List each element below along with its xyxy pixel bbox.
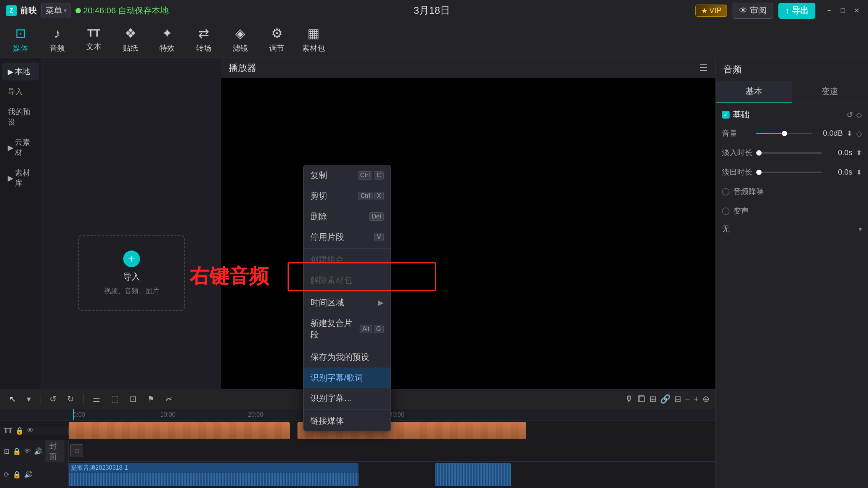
tab-speed[interactable]: 变速 xyxy=(792,81,868,103)
video-audio-icon[interactable]: 🔊 xyxy=(34,447,42,456)
text-icon: TT xyxy=(87,27,100,39)
volume-stepper[interactable]: ⬍ xyxy=(847,129,852,138)
redo-button[interactable]: ↻ xyxy=(64,393,77,406)
audio-clip-main[interactable]: 提取音频20230318-1 xyxy=(69,463,358,486)
ctx-dissolve: 解除素材包 xyxy=(304,270,391,291)
tool-adjust[interactable]: ⚙ 调节 xyxy=(265,26,288,53)
audio-lock-icon[interactable]: 🔒 xyxy=(13,470,21,479)
fade-in-label: 淡入时长 xyxy=(722,148,752,158)
audio-vol-icon[interactable]: 🔊 xyxy=(24,470,32,479)
ctrl-key: Ctrl xyxy=(358,192,373,200)
ctx-new-compound[interactable]: 新建复合片段 Alt G xyxy=(304,313,391,345)
playhead[interactable] xyxy=(73,409,74,420)
volume-keyframe-icon[interactable]: ◇ xyxy=(856,129,862,138)
tool-media[interactable]: ⊡ 媒体 xyxy=(9,26,32,53)
keyframe-diamond-icon[interactable]: ◇ xyxy=(856,110,862,119)
clip-button[interactable]: ✂ xyxy=(162,393,175,406)
reset-button[interactable]: ↺ xyxy=(847,110,853,119)
magnet-icon[interactable]: ⧠ xyxy=(637,394,646,404)
ctx-disable-label: 停用片段 xyxy=(310,231,344,243)
autosave-text: 20:46:06 自动保存本地 xyxy=(83,5,169,16)
sticker-icon: ❖ xyxy=(125,26,136,41)
review-button[interactable]: 👁 审阅 xyxy=(733,3,773,19)
ctx-recognize2-label: 识别字幕… xyxy=(310,393,352,404)
ruler-mark-10: 10:00 xyxy=(160,411,175,418)
ctx-recognize2[interactable]: 识别字幕… xyxy=(304,388,391,409)
ctx-disable[interactable]: 停用片段 V xyxy=(304,227,391,247)
tool-text[interactable]: TT 文本 xyxy=(82,27,105,52)
nav-item-preset[interactable]: 我的预设 xyxy=(2,103,39,131)
top-right-controls: ★ VIP 👁 审阅 ↑ 导出 − □ ✕ xyxy=(695,3,862,19)
tab-basic[interactable]: 基本 xyxy=(716,81,792,103)
video-eye-icon[interactable]: 👁 xyxy=(24,447,31,455)
video-lock-icon[interactable]: 🔒 xyxy=(13,447,21,456)
mark-button[interactable]: ⚑ xyxy=(144,393,158,406)
vip-badge[interactable]: ★ VIP xyxy=(695,5,727,17)
fade-out-slider[interactable] xyxy=(756,172,822,173)
align-icon[interactable]: ⊟ xyxy=(674,394,681,404)
nav-item-local[interactable]: ▶ 本地 xyxy=(2,63,39,80)
audio-track-sync-icon[interactable]: ⟳ xyxy=(4,470,10,479)
subtitle-track-label: TT 🔒 👁 xyxy=(0,427,69,435)
ctx-recognize[interactable]: 识别字幕/歌词 xyxy=(304,368,391,388)
subtitle-eye-icon[interactable]: 👁 xyxy=(27,427,34,435)
volume-value: 0.0dB xyxy=(816,129,843,138)
tool-transition[interactable]: ⇄ 转场 xyxy=(192,26,215,53)
review-icon: 👁 xyxy=(739,6,747,16)
voice-change-checkbox[interactable] xyxy=(722,207,730,215)
nav-local-label: 本地 xyxy=(15,66,30,77)
group-icon[interactable]: ⊞ xyxy=(649,394,656,404)
ctx-copy[interactable]: 复制 Ctrl C xyxy=(304,165,391,186)
zoom-out-icon[interactable]: − xyxy=(685,394,690,404)
nav-item-library[interactable]: ▶ 素材库 xyxy=(2,164,39,192)
mic-icon[interactable]: 🎙 xyxy=(625,394,633,404)
undo-button[interactable]: ↺ xyxy=(47,393,59,406)
select-dropdown[interactable]: ▾ xyxy=(24,393,34,406)
ctx-delete-label: 删除 xyxy=(310,211,327,222)
video-clip-1[interactable] xyxy=(69,422,290,439)
split-button[interactable]: ⚌ xyxy=(90,393,103,406)
tool-effects[interactable]: ✦ 特效 xyxy=(156,26,178,53)
maximize-button[interactable]: □ xyxy=(837,5,848,16)
audio-clip-2[interactable] xyxy=(435,463,511,486)
menu-button[interactable]: 菜单 ▾ xyxy=(41,3,71,18)
export-button[interactable]: ↑ 导出 xyxy=(778,3,815,19)
noise-reduce-checkbox[interactable] xyxy=(722,188,730,196)
ctx-time-range[interactable]: 时间区域 ▶ xyxy=(304,292,391,313)
ctx-link-media[interactable]: 链接媒体 xyxy=(304,411,391,431)
volume-slider[interactable] xyxy=(756,133,812,134)
arrow-icon: ▶ xyxy=(8,143,13,152)
player-menu-icon[interactable]: ☰ xyxy=(699,63,708,73)
tool-audio[interactable]: ♪ 音频 xyxy=(46,26,69,53)
minimize-button[interactable]: − xyxy=(824,5,834,16)
tool-sticker[interactable]: ❖ 贴纸 xyxy=(119,26,142,53)
player-title: 播放器 xyxy=(229,62,256,74)
audio-icon: ♪ xyxy=(54,26,61,41)
zoom-in-icon[interactable]: + xyxy=(694,394,699,404)
logo-icon: Z xyxy=(6,5,17,16)
nav-cloud-label: 云素材 xyxy=(15,137,34,158)
fade-in-stepper[interactable]: ⬍ xyxy=(856,149,862,157)
player-header: 播放器 ☰ xyxy=(221,58,715,78)
delete-button[interactable]: ⬚ xyxy=(108,393,122,406)
link-icon[interactable]: 🔗 xyxy=(660,394,670,404)
nav-item-import[interactable]: 导入 xyxy=(2,83,39,101)
subtitle-lock-icon[interactable]: 🔒 xyxy=(15,427,24,435)
basic-enabled-checkbox[interactable]: ✓ xyxy=(722,111,730,119)
fade-in-slider[interactable] xyxy=(756,152,822,154)
tool-filter[interactable]: ◈ 滤镜 xyxy=(229,26,252,53)
fit-icon[interactable]: ⊕ xyxy=(702,394,709,404)
volume-row: 音量 0.0dB ⬍ ◇ xyxy=(722,127,862,140)
text-label: 文本 xyxy=(86,42,101,52)
nav-item-cloud[interactable]: ▶ 云素材 xyxy=(2,133,39,162)
ripple-button[interactable]: ⊡ xyxy=(127,393,140,406)
import-drop-area[interactable]: + 导入 视频、音频、图片 xyxy=(78,235,185,311)
select-tool-button[interactable]: ↖ xyxy=(6,393,19,406)
ctx-delete[interactable]: 删除 Del xyxy=(304,206,391,227)
video-clip-3[interactable] xyxy=(412,422,526,439)
tool-material[interactable]: ▦ 素材包 xyxy=(302,26,325,53)
ctx-cut[interactable]: 剪切 Ctrl X xyxy=(304,186,391,206)
fade-out-stepper[interactable]: ⬍ xyxy=(856,168,862,177)
ctx-save-preset[interactable]: 保存为我的预设 xyxy=(304,347,391,368)
close-button[interactable]: ✕ xyxy=(851,5,862,16)
